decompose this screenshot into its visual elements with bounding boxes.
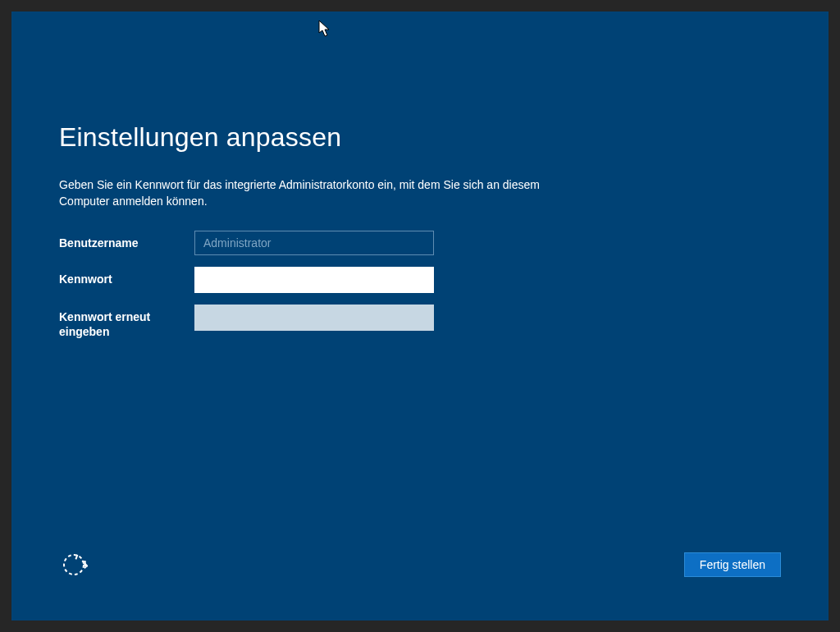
- password-field[interactable]: [194, 267, 434, 293]
- label-password: Kennwort: [59, 267, 194, 286]
- page-title: Einstellungen anpassen: [59, 122, 781, 153]
- content-area: Einstellungen anpassen Geben Sie ein Ken…: [59, 122, 781, 351]
- page-description: Geben Sie ein Kennwort für das integrier…: [59, 177, 568, 209]
- row-password-confirm: Kennwort erneut eingeben: [59, 305, 781, 339]
- label-username: Benutzername: [59, 231, 194, 250]
- mouse-cursor-icon: [318, 20, 331, 38]
- finish-button[interactable]: Fertig stellen: [684, 552, 781, 577]
- window-frame: Einstellungen anpassen Geben Sie ein Ken…: [0, 0, 840, 632]
- setup-screen: Einstellungen anpassen Geben Sie ein Ken…: [11, 11, 829, 621]
- username-field: [194, 231, 434, 255]
- ease-of-access-icon: [60, 551, 88, 579]
- password-confirm-field[interactable]: [194, 305, 434, 331]
- svg-point-0: [64, 555, 84, 575]
- footer-bar: Fertig stellen: [59, 550, 781, 579]
- row-password: Kennwort: [59, 267, 781, 293]
- row-username: Benutzername: [59, 231, 781, 255]
- ease-of-access-button[interactable]: [59, 550, 89, 579]
- label-password-confirm: Kennwort erneut eingeben: [59, 305, 194, 339]
